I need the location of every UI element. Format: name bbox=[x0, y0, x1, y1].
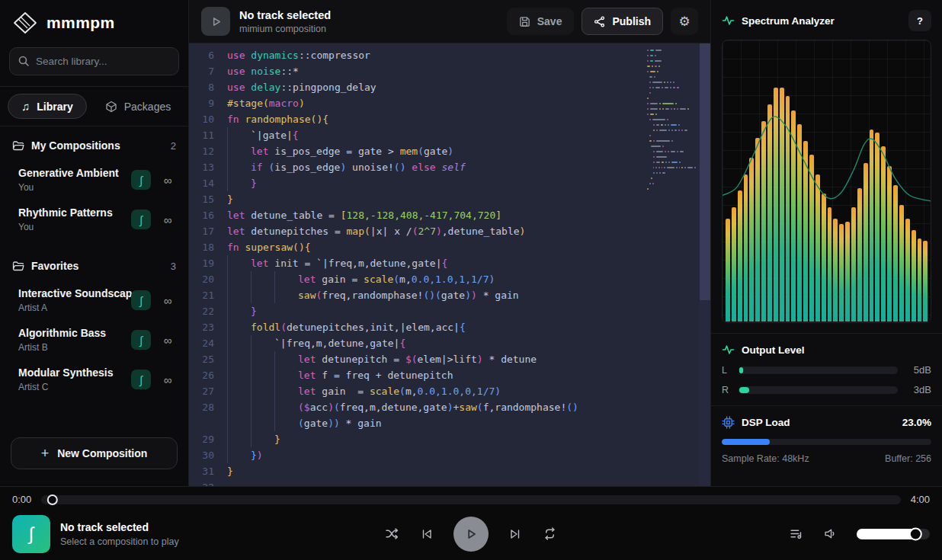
shuffle-button[interactable] bbox=[384, 526, 400, 542]
track-thumb-play-button[interactable] bbox=[201, 7, 230, 36]
code-line[interactable]: 15} bbox=[189, 191, 710, 207]
dsp-load-title: DSP Load bbox=[742, 417, 790, 428]
line-number: 13 bbox=[189, 159, 227, 175]
tab-packages[interactable]: Packages bbox=[91, 94, 184, 119]
editor-scrollbar-thumb[interactable] bbox=[700, 43, 710, 300]
composition-item[interactable]: Modular SynthesisArtist C∫∞ bbox=[11, 360, 178, 399]
composition-author: You bbox=[18, 222, 131, 232]
library-lists: My Compositions2Generative AmbientYou∫∞R… bbox=[0, 126, 188, 437]
infinity-icon: ∞ bbox=[161, 373, 175, 386]
search-input[interactable] bbox=[9, 47, 179, 75]
channel-label: R bbox=[722, 385, 731, 395]
code-line[interactable]: 22} bbox=[189, 303, 710, 319]
mimium-badge-icon: ∫ bbox=[131, 370, 151, 389]
composition-item[interactable]: Interactive SoundscapeArtist A∫∞ bbox=[11, 280, 178, 320]
code-editor[interactable]: 6use dynamics::compressor7use noise::*8u… bbox=[189, 43, 710, 486]
code-line[interactable]: 20let gain = scale(m,0.0,1.0,1,1/7) bbox=[189, 271, 710, 287]
topbar-subtitle: mimium composition bbox=[239, 24, 331, 34]
volume-slider[interactable] bbox=[857, 529, 930, 539]
player-controls-row: ∫ No track selected Select a composition… bbox=[0, 507, 942, 560]
code-line[interactable]: 32 bbox=[189, 479, 710, 486]
play-icon bbox=[210, 16, 222, 27]
next-button[interactable] bbox=[508, 526, 523, 542]
composition-item[interactable]: Generative AmbientYou∫∞ bbox=[11, 160, 178, 200]
code-line[interactable]: 24`|freq,m,detune,gate|{ bbox=[189, 335, 710, 351]
line-number: 30 bbox=[189, 447, 227, 463]
help-button[interactable]: ? bbox=[908, 10, 931, 31]
new-composition-button[interactable]: + New Composition bbox=[11, 437, 178, 469]
code-line[interactable]: 12let is_pos_edge = gate > mem(gate) bbox=[189, 143, 710, 159]
composition-item[interactable]: Algorithmic BassArtist B∫∞ bbox=[11, 320, 178, 360]
code-line[interactable]: 18fn supersaw(){ bbox=[189, 239, 710, 255]
timeline-knob[interactable] bbox=[46, 494, 57, 505]
code-line[interactable]: 26let f = freq + detunepitch bbox=[189, 367, 710, 383]
queue-button[interactable] bbox=[788, 526, 804, 542]
code-text: }) bbox=[227, 447, 263, 463]
code-line[interactable]: 29} bbox=[189, 431, 710, 447]
volume-knob[interactable] bbox=[909, 527, 922, 540]
code-line[interactable]: 7use noise::* bbox=[189, 63, 710, 79]
line-number: 12 bbox=[189, 143, 227, 159]
search-box bbox=[9, 47, 179, 75]
play-button[interactable] bbox=[453, 517, 489, 552]
line-number: 18 bbox=[189, 239, 227, 255]
code-line[interactable]: 30}) bbox=[189, 447, 710, 463]
code-line[interactable]: 19let init = `|freq,m,detune,gate|{ bbox=[189, 255, 710, 271]
right-panel: Spectrum Analyzer ? Outp bbox=[710, 0, 942, 486]
line-number: 9 bbox=[189, 95, 227, 111]
shuffle-icon bbox=[386, 527, 399, 540]
code-line[interactable]: 6use dynamics::compressor bbox=[189, 47, 710, 63]
timeline-track[interactable] bbox=[41, 495, 900, 504]
editor-scrollbar[interactable] bbox=[700, 43, 710, 486]
code-line[interactable]: 11`|gate|{ bbox=[189, 127, 710, 143]
timeline: 0:00 4:00 bbox=[0, 487, 942, 507]
tab-library[interactable]: ♫ Library bbox=[8, 94, 87, 119]
settings-button[interactable]: ⚙ bbox=[671, 8, 698, 35]
package-icon bbox=[105, 101, 117, 113]
section-header[interactable]: My Compositions2 bbox=[11, 137, 178, 154]
previous-button[interactable] bbox=[419, 526, 434, 542]
player-bar: 0:00 4:00 ∫ No track selected Select a c… bbox=[0, 486, 942, 560]
publish-button[interactable]: Publish bbox=[582, 8, 663, 35]
code-line[interactable]: 16let detune_table = [128,-128,408,-417,… bbox=[189, 207, 710, 223]
code-line[interactable]: (gate)) * gain bbox=[189, 415, 710, 431]
code-line[interactable]: 10fn randomphase(){ bbox=[189, 111, 710, 127]
code-line[interactable]: 25let detunepitch = $(elem|>lift) * detu… bbox=[189, 351, 710, 367]
code-line[interactable]: 13if (is_pos_edge) unoise!() else self bbox=[189, 159, 710, 175]
volume-button[interactable] bbox=[822, 526, 838, 542]
code-line[interactable]: 9#stage(macro) bbox=[189, 95, 710, 111]
line-number: 22 bbox=[189, 303, 227, 319]
code-line[interactable]: 17let detunepitches = map(|x| x /(2^7),d… bbox=[189, 223, 710, 239]
line-number: 28 bbox=[189, 399, 227, 415]
code-text: fn supersaw(){ bbox=[227, 239, 311, 255]
folder-icon bbox=[12, 139, 24, 152]
play-icon-large bbox=[464, 527, 478, 541]
code-line[interactable]: 31} bbox=[189, 463, 710, 479]
code-text: foldl(detunepitches,init,|elem,acc|{ bbox=[227, 319, 466, 335]
code-text: } bbox=[227, 431, 280, 447]
code-line[interactable]: 23foldl(detunepitches,init,|elem,acc|{ bbox=[189, 319, 710, 335]
line-number: 31 bbox=[189, 463, 227, 479]
repeat-button[interactable] bbox=[542, 526, 558, 542]
code-text: } bbox=[227, 175, 257, 191]
level-value: 3dB bbox=[905, 384, 931, 395]
code-text: let detunepitch = $(elem|>lift) * detune bbox=[227, 351, 537, 367]
save-button[interactable]: Save bbox=[507, 8, 575, 35]
code-line[interactable]: 8use delay::pingpong_delay bbox=[189, 79, 710, 95]
line-number: 27 bbox=[189, 383, 227, 399]
editor-minimap[interactable] bbox=[647, 50, 696, 199]
spectrum-section: Spectrum Analyzer ? bbox=[711, 0, 942, 333]
code-line[interactable]: 27let gain = scale(m,0.0,1.0,0,1/7) bbox=[189, 383, 710, 399]
spectrum-curve bbox=[723, 40, 931, 322]
section-header[interactable]: Favorites3 bbox=[11, 258, 178, 274]
code-text: let is_pos_edge = gate > mem(gate) bbox=[227, 143, 453, 159]
composition-item[interactable]: Rhythmic PatternsYou∫∞ bbox=[11, 200, 178, 239]
section-count: 3 bbox=[171, 261, 176, 272]
code-line[interactable]: 28($acc)(freq,m,detune,gate)+saw(f,rando… bbox=[189, 399, 710, 415]
sidebar: mmmpm ♫ Library Packages bbox=[0, 0, 189, 486]
code-line[interactable]: 14} bbox=[189, 175, 710, 191]
time-total: 4:00 bbox=[911, 494, 930, 505]
code-line[interactable]: 21saw(freq,randomphase!()(gate)) * gain bbox=[189, 287, 710, 303]
dsp-load-fill bbox=[722, 439, 770, 445]
skip-back-icon bbox=[421, 528, 433, 540]
